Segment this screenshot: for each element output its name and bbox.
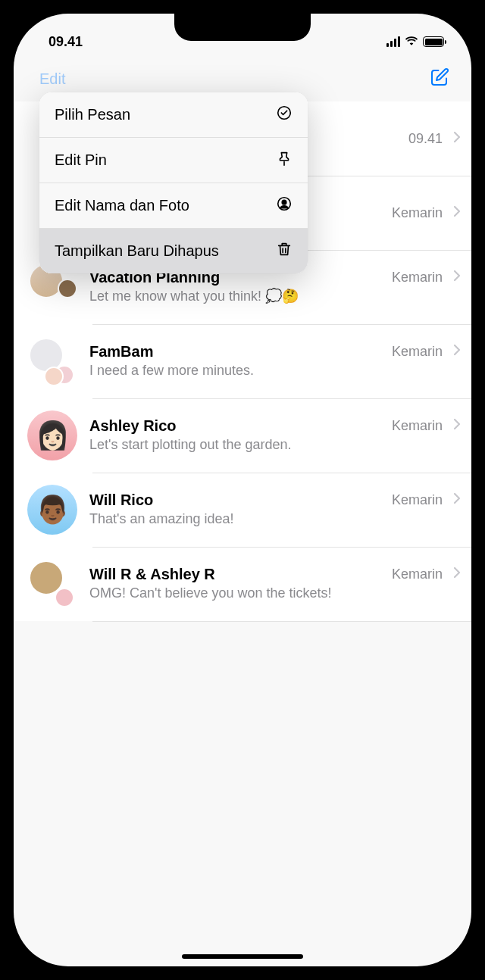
avatar: 👨🏾 [27,485,77,535]
phone-frame: 09.41 Edit 09.41 [0,0,485,980]
chevron-right-icon [453,131,461,146]
conversation-row[interactable]: 👩🏻 Ashley Rico Kemarin Let's start plott… [14,398,471,473]
conversation-name: FamBam [89,343,153,360]
conversation-name: Will Rico [89,492,153,509]
avatar [27,336,77,386]
menu-label: Edit Nama dan Foto [55,197,189,214]
home-indicator[interactable] [182,954,303,959]
svg-point-2 [282,200,286,204]
chevron-right-icon [453,566,461,582]
row-time: Kemarin [392,344,443,360]
menu-label: Edit Pin [55,151,107,169]
menu-label: Tampilkan Baru Dihapus [55,242,219,260]
chevron-right-icon [453,205,461,220]
menu-edit-pin[interactable]: Edit Pin [39,138,308,183]
pin-icon [276,150,293,170]
conversation-row[interactable]: FamBam Kemarin I need a few more minutes… [14,324,471,398]
row-time: Kemarin [392,418,443,434]
trash-icon [276,241,293,261]
conversation-preview: I need a few more minutes. [89,362,461,379]
person-circle-icon [276,195,293,216]
compose-button[interactable] [429,67,450,91]
status-indicators [386,34,444,50]
conversation-row[interactable]: 👨🏾 Will Rico Kemarin That's an amazing i… [14,473,471,547]
conversation-row[interactable]: Will R & Ashley R Kemarin OMG! Can't bel… [14,547,471,621]
conversation-name: Ashley Rico [89,417,176,435]
chevron-right-icon [453,492,461,507]
checkmark-circle-icon [276,105,293,125]
menu-show-recently-deleted[interactable]: Tampilkan Baru Dihapus [39,229,308,273]
conversation-preview: Let's start plotting out the garden. [89,436,461,454]
conversation-preview: OMG! Can't believe you won the tickets! [89,585,461,602]
row-time: Kemarin [392,270,443,286]
edit-menu: Pilih Pesan Edit Pin Edit Nama dan Foto … [39,92,308,273]
avatar [27,559,77,609]
menu-select-messages[interactable]: Pilih Pesan [39,92,308,138]
row-time: Kemarin [392,492,443,508]
chevron-right-icon [453,270,461,285]
status-time: 09.41 [48,34,83,50]
wifi-icon [405,34,418,50]
avatar: 👩🏻 [27,410,77,460]
notch [174,14,311,41]
battery-icon [423,36,444,47]
conversation-preview: Let me know what you think! 💭🤔 [89,288,461,305]
chevron-right-icon [453,344,461,359]
screen: 09.41 Edit 09.41 [14,14,471,966]
row-time: Kemarin [392,205,443,221]
chevron-right-icon [453,418,461,433]
menu-label: Pilih Pesan [55,106,130,123]
conversation-preview: That's an amazing idea! [89,510,461,528]
conversation-name: Will R & Ashley R [89,566,215,583]
row-time: 09.41 [408,131,443,147]
row-time: Kemarin [392,566,443,582]
edit-button[interactable]: Edit [39,70,65,88]
menu-edit-name-photo[interactable]: Edit Nama dan Foto [39,183,308,229]
cellular-icon [386,36,400,47]
